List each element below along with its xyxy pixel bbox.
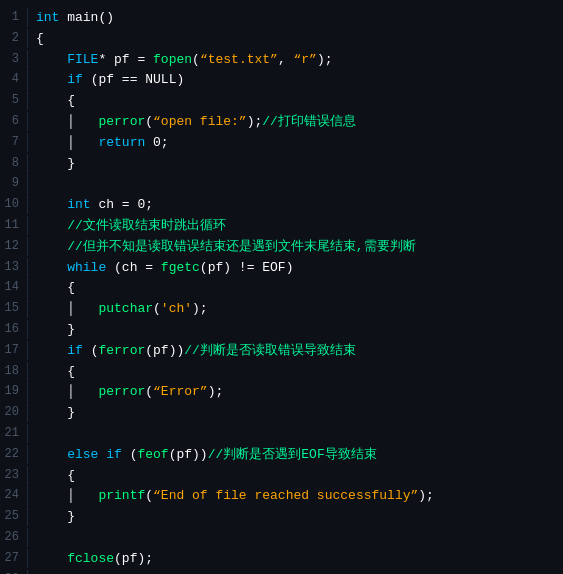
token-op <box>36 343 67 358</box>
line-number: 27 <box>0 549 28 568</box>
line-content: } <box>36 403 555 424</box>
token-op: main() <box>59 10 114 25</box>
token-op: │ <box>36 301 98 316</box>
line-number: 22 <box>0 445 28 464</box>
line-number: 20 <box>0 403 28 422</box>
line-content: FILE* pf = fopen(“test.txt”, “r”); <box>36 50 555 71</box>
line-number: 16 <box>0 320 28 339</box>
token-op: ); <box>208 384 224 399</box>
token-op: ( <box>145 114 153 129</box>
token-op: ( <box>145 488 153 503</box>
token-fn: fclose <box>67 551 114 566</box>
line-number: 15 <box>0 299 28 318</box>
token-str: “End of file reached successfully” <box>153 488 418 503</box>
token-op <box>36 260 67 275</box>
token-kw: int <box>36 10 59 25</box>
token-op: * pf = <box>98 52 153 67</box>
line-number: 25 <box>0 507 28 526</box>
line-content: if (pf == NULL) <box>36 70 555 91</box>
code-line: 4 if (pf == NULL) <box>0 70 563 91</box>
line-number: 14 <box>0 278 28 297</box>
code-line: 10 int ch = 0; <box>0 195 563 216</box>
token-op: ( <box>145 384 153 399</box>
token-kw: else if <box>67 447 122 462</box>
code-line: 28 pf = NULL; <box>0 570 563 574</box>
line-number: 17 <box>0 341 28 360</box>
line-content: { <box>36 29 555 50</box>
code-line: 21 <box>0 424 563 445</box>
line-number: 12 <box>0 237 28 256</box>
code-line: 11 //文件读取结束时跳出循环 <box>0 216 563 237</box>
code-line: 14 { <box>0 278 563 299</box>
token-kw: while <box>67 260 106 275</box>
token-op: (pf == NULL) <box>83 72 184 87</box>
line-content: int ch = 0; <box>36 195 555 216</box>
code-line: 3 FILE* pf = fopen(“test.txt”, “r”); <box>0 50 563 71</box>
token-kw: return <box>98 135 145 150</box>
code-line: 12 //但并不知是读取错误结束还是遇到文件末尾结束,需要判断 <box>0 237 563 258</box>
token-op <box>36 72 67 87</box>
token-fn: printf <box>98 488 145 503</box>
token-op: { <box>36 31 44 46</box>
code-line: 19 │ perror(“Error”); <box>0 382 563 403</box>
token-op: } <box>36 322 75 337</box>
code-line: 25 } <box>0 507 563 528</box>
code-line: 6 │ perror(“open file:”);//打印错误信息 <box>0 112 563 133</box>
token-op: (pf); <box>114 551 153 566</box>
token-op: ch = 0; <box>91 197 153 212</box>
token-str: “Error” <box>153 384 208 399</box>
token-op <box>36 447 67 462</box>
token-op: 0; <box>145 135 168 150</box>
token-op: │ <box>36 384 98 399</box>
line-number: 1 <box>0 8 28 27</box>
line-number: 13 <box>0 258 28 277</box>
token-op: │ <box>36 114 98 129</box>
line-number: 11 <box>0 216 28 235</box>
token-op: (pf) != EOF) <box>200 260 294 275</box>
token-kw: FILE <box>67 52 98 67</box>
token-op <box>36 551 67 566</box>
token-op: { <box>36 280 75 295</box>
token-op: ( <box>192 52 200 67</box>
line-content: │ putchar('ch'); <box>36 299 555 320</box>
code-line: 20 } <box>0 403 563 424</box>
code-editor: 1int main()2{3 FILE* pf = fopen(“test.tx… <box>0 0 563 574</box>
code-line: 17 if (ferror(pf))//判断是否读取错误导致结束 <box>0 341 563 362</box>
line-number: 10 <box>0 195 28 214</box>
line-content: //但并不知是读取错误结束还是遇到文件末尾结束,需要判断 <box>36 237 555 258</box>
line-number: 23 <box>0 466 28 485</box>
token-op: { <box>36 468 75 483</box>
token-op: } <box>36 156 75 171</box>
line-content: { <box>36 278 555 299</box>
line-number: 2 <box>0 29 28 48</box>
line-number: 28 <box>0 570 28 574</box>
line-content: } <box>36 507 555 528</box>
line-content: { <box>36 91 555 112</box>
line-number: 8 <box>0 154 28 173</box>
line-number: 5 <box>0 91 28 110</box>
token-op: ); <box>247 114 263 129</box>
line-content: else if (feof(pf))//判断是否遇到EOF导致结束 <box>36 445 555 466</box>
line-content: //文件读取结束时跳出循环 <box>36 216 555 237</box>
token-op <box>36 52 67 67</box>
token-op: ( <box>122 447 138 462</box>
line-content: │ perror(“Error”); <box>36 382 555 403</box>
line-content <box>36 424 555 445</box>
code-line: 8 } <box>0 154 563 175</box>
token-comment-zh: //判断是否读取错误导致结束 <box>184 343 356 358</box>
token-comment-zh: //但并不知是读取错误结束还是遇到文件末尾结束,需要判断 <box>36 239 416 254</box>
line-number: 9 <box>0 174 28 193</box>
token-op: ); <box>317 52 333 67</box>
token-fn: perror <box>98 384 145 399</box>
line-content: if (ferror(pf))//判断是否读取错误导致结束 <box>36 341 555 362</box>
code-line: 23 { <box>0 466 563 487</box>
code-line: 1int main() <box>0 8 563 29</box>
token-str: “open file:” <box>153 114 247 129</box>
line-number: 7 <box>0 133 28 152</box>
line-content: │ printf(“End of file reached successful… <box>36 486 555 507</box>
line-number: 21 <box>0 424 28 443</box>
line-number: 26 <box>0 528 28 547</box>
token-op: (pf)) <box>169 447 208 462</box>
code-line: 7 │ return 0; <box>0 133 563 154</box>
line-content: { <box>36 466 555 487</box>
